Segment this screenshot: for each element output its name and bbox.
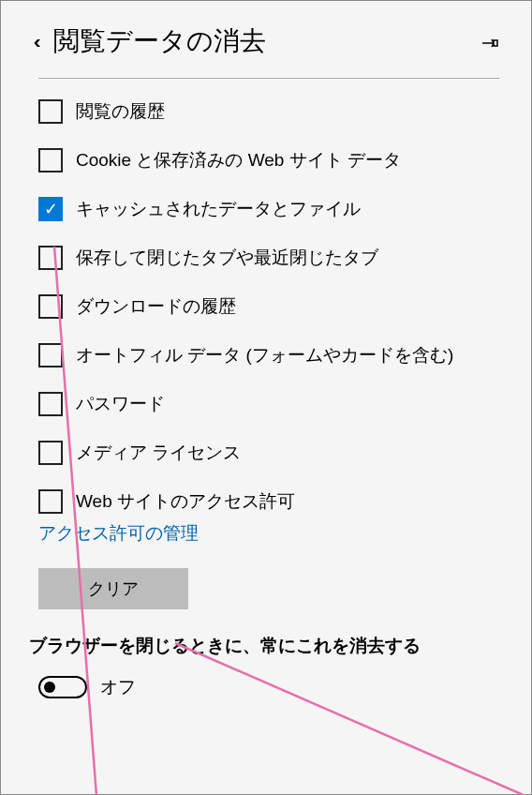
option-label: パスワード <box>76 392 165 416</box>
option-label: 保存して閉じたタブや最近閉じたタブ <box>76 246 378 270</box>
manage-permissions-link[interactable]: アクセス許可の管理 <box>38 521 531 546</box>
checkbox-autofill[interactable] <box>38 343 63 368</box>
option-closed-tabs: 保存して閉じたタブや最近閉じたタブ <box>38 246 494 270</box>
clear-browsing-data-panel: ‹‹ 閲覧データの消去 閲覧の履歴 Cookie と保存済みの Web サイト … <box>0 0 532 795</box>
checkbox-download-history[interactable] <box>38 294 63 319</box>
clear-button[interactable]: クリア <box>38 568 188 609</box>
svg-line-1 <box>175 643 525 795</box>
always-clear-toggle[interactable] <box>38 676 87 698</box>
check-icon: ✓ <box>44 201 58 218</box>
option-cookies: Cookie と保存済みの Web サイト データ <box>38 148 494 172</box>
option-label: ダウンロードの履歴 <box>76 294 236 319</box>
checkbox-cookies[interactable] <box>38 148 63 172</box>
always-clear-heading: ブラウザーを閉じるときに、常にこれを消去する <box>1 634 531 658</box>
option-label: Web サイトのアクセス許可 <box>76 489 295 514</box>
option-site-permissions: Web サイトのアクセス許可 <box>38 489 494 514</box>
option-label: メディア ライセンス <box>76 441 241 465</box>
checkbox-closed-tabs[interactable] <box>38 246 63 270</box>
checkbox-site-permissions[interactable] <box>38 489 63 514</box>
checkbox-passwords[interactable] <box>38 392 63 416</box>
pin-icon[interactable] <box>480 37 499 55</box>
option-label: キャッシュされたデータとファイル <box>76 197 361 221</box>
option-cached-data: ✓ キャッシュされたデータとファイル <box>38 197 494 221</box>
checkbox-browsing-history[interactable] <box>38 99 63 124</box>
panel-title: 閲覧データの消去 <box>53 23 266 59</box>
option-autofill: オートフィル データ (フォームやカードを含む) <box>38 343 494 368</box>
option-label: Cookie と保存済みの Web サイト データ <box>76 148 401 172</box>
toggle-knob-icon <box>44 682 55 693</box>
toggle-label: オフ <box>100 675 136 699</box>
option-download-history: ダウンロードの履歴 <box>38 294 494 319</box>
option-label: オートフィル データ (フォームやカードを含む) <box>76 343 453 368</box>
checkbox-media-licenses[interactable] <box>38 441 63 465</box>
panel-header: ‹‹ 閲覧データの消去 <box>1 1 531 78</box>
header-divider <box>38 78 499 79</box>
toggle-row: オフ <box>1 675 531 699</box>
option-media-licenses: メディア ライセンス <box>38 441 494 465</box>
options-list: 閲覧の履歴 Cookie と保存済みの Web サイト データ ✓ キャッシュさ… <box>1 99 531 514</box>
option-passwords: パスワード <box>38 392 494 416</box>
option-label: 閲覧の履歴 <box>76 99 165 124</box>
option-browsing-history: 閲覧の履歴 <box>38 99 494 124</box>
checkbox-cached-data[interactable]: ✓ <box>38 197 63 221</box>
